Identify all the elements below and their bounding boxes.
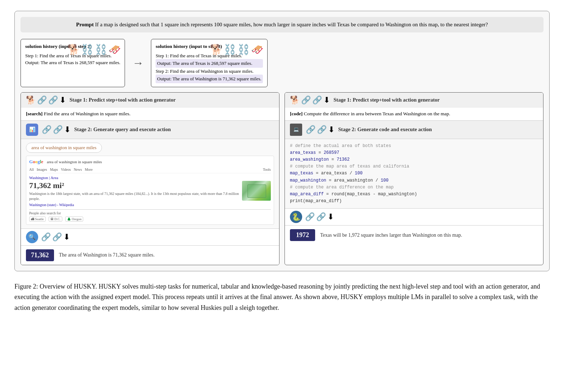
- sled-icon-2: 🛷: [251, 42, 264, 57]
- caption-text: Overview of HUSKY. HUSKY solves multi-st…: [14, 283, 540, 311]
- code-line-7: # compute the area difference on the map: [290, 184, 538, 191]
- left-stage2-bottom: 🔍 🔗 🔗 ⬇: [21, 228, 279, 245]
- right-arrow: →: [130, 56, 146, 70]
- right-stage1-icons: 🐕 🔗 🔗 ⬇: [290, 95, 330, 105]
- chain-icon-4: ⛓️: [237, 42, 250, 57]
- chain-icon-1: ⛓️: [81, 42, 94, 57]
- google-people-also: People also search for 🏙 Seattle 🏛 D.C. …: [29, 211, 271, 222]
- chain-stage2-right-2: 🔗: [317, 125, 327, 134]
- code-line-1: # define the actual area of both states: [290, 143, 538, 150]
- left-result-bar: 71,362 The area of Washington is 71,362 …: [21, 245, 279, 265]
- left-stage2-section: 📊 🔗 🔗 ⬇ Stage 2: Generate query and exec…: [21, 121, 279, 139]
- code-line-2: area_texas = 268597: [290, 150, 538, 156]
- right-stage2-bottom: 🐍 🔗 🔗 ⬇: [285, 208, 543, 225]
- right-stage1-label: Stage 1: Predict step+tool with action g…: [334, 97, 440, 103]
- right-solution-history: solution history (input to step 3) Step …: [151, 39, 267, 87]
- prompt-text: If a map is designed such that 1 square …: [95, 22, 488, 27]
- right-output2: Output: The area of Washington is 71,362…: [156, 75, 263, 83]
- left-stage1-header: 🐕 🔗 🔗 ⬇ Stage 1: Predict step+tool with …: [21, 93, 279, 108]
- code-line-5: map_texas = area_texas / 100: [290, 170, 538, 177]
- code-line-3: area_washington = 71362: [290, 156, 538, 163]
- prompt-label: Prompt: [76, 22, 94, 27]
- left-result-number: 71,362: [26, 249, 54, 261]
- left-stage2-header: 📊 🔗 🔗 ⬇ Stage 2: Generate query and exec…: [21, 121, 279, 139]
- google-result-title: Washington | Area: [29, 175, 271, 180]
- chain-icon-3: ⛓️: [224, 42, 236, 57]
- right-result-number: 1972: [290, 229, 315, 241]
- stage-panels: 🐕 🔗 🔗 ⬇ Stage 1: Predict step+tool with …: [21, 92, 543, 265]
- right-stage1-header: 🐕 🔗 🔗 ⬇ Stage 1: Predict step+tool with …: [285, 93, 543, 108]
- google-wiki-link: Washington (state) - Wikipedia: [29, 203, 239, 207]
- google-result-value: 71,362 mi²: [29, 181, 239, 190]
- arrow-down-stage2-right: ⬇: [328, 125, 335, 134]
- right-sh-icons: 🐕 ⛓️ ⛓️ 🛷: [210, 42, 264, 57]
- chain-stage1-left-1: 🔗: [37, 95, 47, 105]
- left-stage1-action: [search] Find the area of Washington in …: [21, 108, 279, 120]
- right-stage1-action-text: Compute the difference in area between T…: [304, 111, 451, 116]
- google-search-box: Google area of washington in square mile…: [26, 156, 274, 225]
- left-stage2-icons: 🔗 🔗 ⬇: [42, 125, 71, 134]
- search-panel: area of washington in square miles Googl…: [21, 139, 279, 228]
- terminal-icon: 💻: [290, 124, 302, 136]
- solution-history-row: solution history (input to step 2) Step …: [21, 39, 543, 87]
- dog-stage1-left: 🐕: [26, 95, 36, 105]
- chain-icon-2: ⛓️: [95, 42, 107, 57]
- right-result-bar: 1972 Texas will be 1,972 square inches l…: [285, 225, 543, 245]
- code-line-6: map_washington = area_washington / 100: [290, 177, 538, 184]
- chain-bottom-2: 🔗: [52, 232, 62, 242]
- chain-stage1-right-1: 🔗: [301, 95, 311, 105]
- arrow-down-stage1-right: ⬇: [323, 95, 330, 105]
- code-panel: # define the actual area of both states …: [285, 139, 543, 209]
- google-result-row: 71,362 mi² Washington is the 18th larges…: [29, 181, 271, 209]
- right-stage2-icons: 🔗 🔗 ⬇: [306, 125, 335, 134]
- right-stage1-section: 🐕 🔗 🔗 ⬇ Stage 1: Predict step+tool with …: [285, 93, 543, 121]
- right-stage1-action: [code] Compute the difference in area be…: [285, 108, 543, 120]
- bar-chart-icon: 📊: [26, 124, 38, 136]
- seattle-tag: 🏙 Seattle: [29, 217, 46, 222]
- chain-stage2-right-1: 🔗: [306, 125, 315, 134]
- arrow-down-stage2-left: ⬇: [64, 125, 71, 134]
- code-line-8: map_area_diff = round(map_texas - map_wa…: [290, 191, 538, 198]
- right-stage2-section: 💻 🔗 🔗 ⬇ Stage 2: Generate code and execu…: [285, 121, 543, 139]
- figure-caption: Figure 2: Overview of HUSKY. HUSKY solve…: [14, 281, 550, 313]
- left-stage2-label: Stage 2: Generate query and execute acti…: [74, 126, 171, 133]
- google-nav: All Images Maps Videos News More Tools: [29, 168, 271, 173]
- dc-tag: 🏛 D.C.: [49, 217, 62, 222]
- google-query-display: area of washington in square miles: [47, 160, 102, 164]
- arrow-down-stage1-left: ⬇: [59, 95, 66, 105]
- arrow-down-right-bottom: ⬇: [327, 212, 334, 222]
- google-result-text-col: 71,362 mi² Washington is the 18th larges…: [29, 181, 239, 209]
- left-stage-panel: 🐕 🔗 🔗 ⬇ Stage 1: Predict step+tool with …: [21, 92, 279, 265]
- right-stage-panel: 🐕 🔗 🔗 ⬇ Stage 1: Predict step+tool with …: [285, 92, 543, 265]
- people-also-row: 🏙 Seattle 🏛 D.C. 🌲 Oregon: [29, 217, 271, 222]
- main-figure: Prompt If a map is designed such that 1 …: [14, 11, 550, 271]
- figure-label: Figure 2:: [14, 283, 38, 290]
- right-output1: Output: The area of Texas is 268,597 squ…: [156, 59, 263, 68]
- left-result-text: The area of Washington is 71,362 square …: [59, 252, 155, 258]
- python-icon: 🐍: [290, 211, 302, 223]
- left-solution-history: solution history (input to step 2) Step …: [21, 39, 125, 87]
- left-stage1-action-text: Find the area of Washington in square mi…: [44, 111, 131, 116]
- dog-icon-1: 🐕: [67, 42, 80, 57]
- code-line-4: # compute the map area of texas and cali…: [290, 163, 538, 170]
- search-bracket-tag: [search]: [26, 111, 42, 116]
- sled-icon-1: 🛷: [108, 42, 121, 57]
- right-step2: Step 2: Find the area of Washington in s…: [156, 68, 263, 75]
- google-result-desc: Washington is the 18th largest state, wi…: [29, 191, 239, 201]
- left-stage1-icons: 🐕 🔗 🔗 ⬇: [26, 95, 66, 105]
- chain-stage2-left-1: 🔗: [42, 125, 52, 134]
- chain-right-bottom-1: 🔗: [305, 212, 315, 222]
- left-output1: Output: The area of Texas is 268,597 squ…: [25, 59, 120, 66]
- right-result-text: Texas will be 1,972 square inches larger…: [320, 232, 462, 238]
- oregon-tag: 🌲 Oregon: [65, 217, 83, 222]
- chain-stage1-left-2: 🔗: [48, 95, 58, 105]
- search-icon-circle: 🔍: [26, 231, 38, 243]
- left-stage2-bottom-icons: 🔗 🔗 ⬇: [41, 232, 70, 242]
- left-stage1-label: Stage 1: Predict step+tool with action g…: [70, 97, 176, 103]
- chain-right-bottom-2: 🔗: [316, 212, 326, 222]
- google-logo: Google: [29, 159, 43, 165]
- chain-bottom-1: 🔗: [41, 232, 51, 242]
- code-bracket-tag: [code]: [290, 111, 303, 116]
- left-stage1-section: 🐕 🔗 🔗 ⬇ Stage 1: Predict step+tool with …: [21, 93, 279, 121]
- dog-icon-2: 🐕: [210, 42, 223, 57]
